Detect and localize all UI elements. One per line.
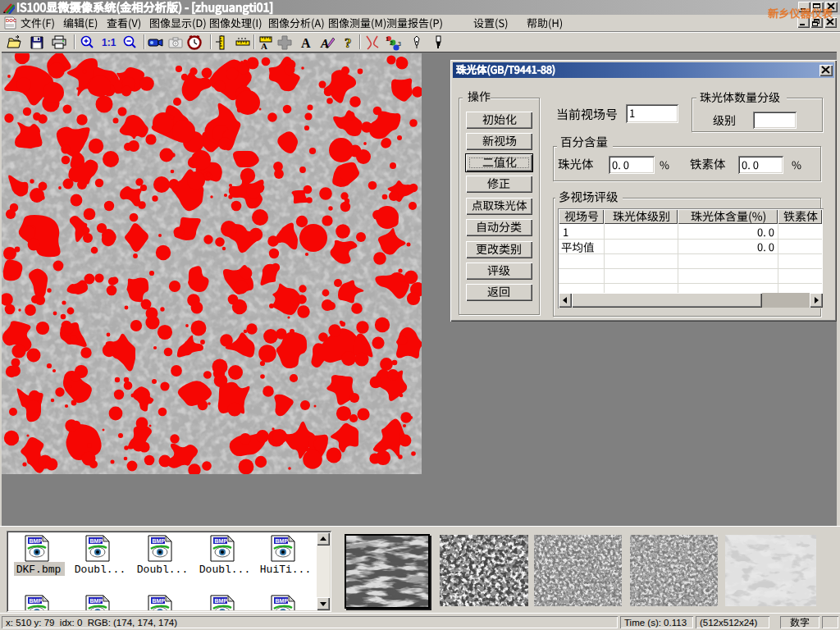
svg-text:?: ? (345, 35, 352, 51)
svg-text:1: 1 (386, 36, 389, 42)
svg-text:1:1: 1:1 (102, 37, 116, 48)
svg-text:3: 3 (398, 41, 401, 47)
svg-text:2: 2 (390, 40, 393, 46)
svg-text:A: A (320, 37, 329, 50)
svg-text:A: A (301, 36, 311, 50)
svg-text:DOC: DOC (6, 18, 16, 23)
svg-text:A: A (261, 41, 267, 51)
